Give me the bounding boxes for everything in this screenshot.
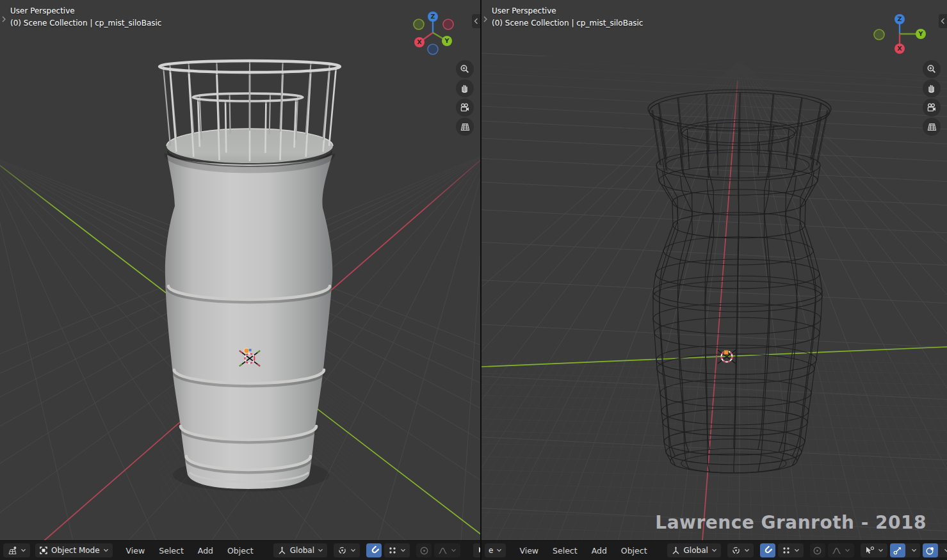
menu-select[interactable]: Select	[152, 546, 191, 556]
zoom-button[interactable]	[923, 60, 941, 78]
chevron-down-icon	[318, 548, 323, 552]
gizmo-arrow-icon	[893, 546, 902, 556]
proportional-falloff-dropdown[interactable]	[828, 543, 854, 557]
menu-object[interactable]: Object	[614, 546, 654, 556]
orientation-gizmo[interactable]: ZYX	[870, 5, 929, 60]
orientation-label: Global	[290, 546, 314, 555]
menu-view[interactable]: View	[512, 546, 546, 556]
proportional-editing-toggle[interactable]	[810, 543, 825, 557]
pointer-eye-icon	[864, 546, 875, 555]
orientation-axes-icon	[671, 546, 681, 555]
pan-hand-button[interactable]	[456, 79, 474, 97]
chevron-down-icon	[794, 548, 800, 552]
proportional-editing-toggle[interactable]	[416, 543, 432, 557]
viewport-nav-buttons	[456, 60, 474, 136]
chevron-down-icon	[744, 548, 750, 552]
menu-object[interactable]: Object	[220, 546, 261, 556]
svg-text:Z: Z	[898, 15, 902, 22]
chevron-left-icon	[474, 18, 478, 24]
breadcrumb: (0) Scene Collection | cp_mist_siloBasic	[492, 19, 643, 28]
chevron-down-icon	[103, 548, 109, 552]
viewport-editor-right: User Perspective (0) Scene Collection | …	[482, 0, 947, 560]
watermark-text: Lawrence Granroth - 2018	[655, 512, 927, 533]
chevron-left-icon	[941, 18, 945, 24]
orientation-label: Global	[684, 546, 708, 555]
show-overlays-group	[923, 543, 947, 557]
pivot-point-dropdown[interactable]	[727, 543, 754, 557]
viewport-header-bar-right: e View Select Add Object Global	[482, 540, 947, 560]
editor-3d-viewport-icon	[7, 546, 17, 556]
mode-label-clipped: e	[489, 546, 493, 555]
overlays-icon	[925, 546, 935, 556]
menu-select[interactable]: Select	[546, 546, 585, 556]
chevron-down-icon	[845, 548, 850, 552]
view-perspective-label: User Perspective	[492, 6, 643, 15]
chevron-down-icon	[400, 548, 406, 552]
object-type-visibility-dropdown[interactable]	[473, 543, 480, 557]
show-gizmo-toggle[interactable]	[890, 543, 905, 557]
camera-view-button[interactable]	[923, 99, 941, 116]
show-overlays-toggle[interactable]	[923, 543, 938, 557]
falloff-curve-icon	[832, 547, 841, 555]
svg-text:X: X	[417, 38, 422, 45]
viewport-header-bar-left: Object Mode View Select Add Object Globa…	[0, 540, 480, 560]
chevron-down-icon	[451, 548, 457, 552]
svg-text:Y: Y	[918, 30, 923, 37]
menu-view[interactable]: View	[119, 546, 152, 556]
chevron-down-icon	[20, 548, 26, 552]
menu-add[interactable]: Add	[191, 546, 220, 556]
perspective-toggle-button[interactable]	[923, 118, 941, 136]
snap-with-dropdown[interactable]	[384, 543, 410, 557]
snap-increment-icon	[388, 546, 397, 555]
overlays-dropdown[interactable]	[941, 543, 947, 557]
menu-add[interactable]: Add	[585, 546, 614, 556]
object-type-visibility-dropdown[interactable]	[861, 543, 887, 557]
sidebar-collapse-tab[interactable]	[939, 14, 947, 28]
zoom-button[interactable]	[456, 60, 474, 78]
pivot-point-icon	[337, 546, 347, 555]
sidebar-collapse-tab[interactable]	[472, 14, 480, 28]
orientation-gizmo[interactable]: ZXY	[403, 5, 462, 60]
pan-hand-button[interactable]	[923, 79, 941, 97]
chevron-down-icon	[350, 548, 356, 552]
falloff-curve-icon	[438, 547, 448, 555]
orientation-axes-icon	[277, 546, 287, 555]
viewport-3d-wireframe[interactable]	[482, 0, 947, 541]
viewport-nav-buttons	[923, 60, 941, 136]
viewport-header-right: User Perspective (0) Scene Collection | …	[492, 6, 643, 28]
proportional-circle-icon	[419, 546, 429, 556]
gizmo-dropdown[interactable]	[909, 543, 920, 557]
svg-text:Z: Z	[431, 13, 435, 20]
snap-toggle[interactable]	[760, 543, 775, 557]
breadcrumb-chevron-icon	[483, 15, 488, 23]
viewport-editor-left: User Perspective (0) Scene Collection | …	[0, 0, 480, 560]
snap-with-dropdown[interactable]	[778, 543, 804, 557]
proportional-circle-icon	[813, 546, 822, 556]
breadcrumb-chevron-icon	[1, 15, 6, 23]
viewport-3d-solid[interactable]	[0, 0, 480, 541]
editor-type-selector[interactable]	[3, 543, 30, 557]
pivot-point-icon	[731, 546, 741, 555]
mode-label: Object Mode	[51, 546, 100, 555]
magnet-icon	[369, 546, 379, 556]
show-gizmo-group	[890, 543, 920, 557]
svg-text:Y: Y	[444, 37, 449, 44]
chevron-down-icon	[944, 548, 947, 552]
mode-dropdown[interactable]: Object Mode	[35, 543, 113, 557]
chevron-down-icon	[911, 548, 917, 552]
chevron-down-icon	[878, 548, 884, 552]
svg-text:X: X	[897, 45, 902, 52]
mode-dropdown-clipped[interactable]: e	[485, 543, 506, 557]
pointer-eye-icon	[477, 546, 480, 555]
snap-increment-icon	[782, 546, 791, 555]
transform-orientation-dropdown[interactable]: Global	[667, 543, 721, 557]
perspective-toggle-button[interactable]	[456, 118, 474, 136]
snap-toggle[interactable]	[366, 543, 382, 557]
chevron-down-icon	[711, 548, 717, 552]
pivot-point-dropdown[interactable]	[334, 543, 360, 557]
camera-view-button[interactable]	[456, 99, 474, 116]
breadcrumb: (0) Scene Collection | cp_mist_siloBasic	[10, 19, 161, 28]
chevron-down-icon	[496, 548, 502, 552]
proportional-falloff-dropdown[interactable]	[434, 543, 460, 557]
transform-orientation-dropdown[interactable]: Global	[273, 543, 327, 557]
